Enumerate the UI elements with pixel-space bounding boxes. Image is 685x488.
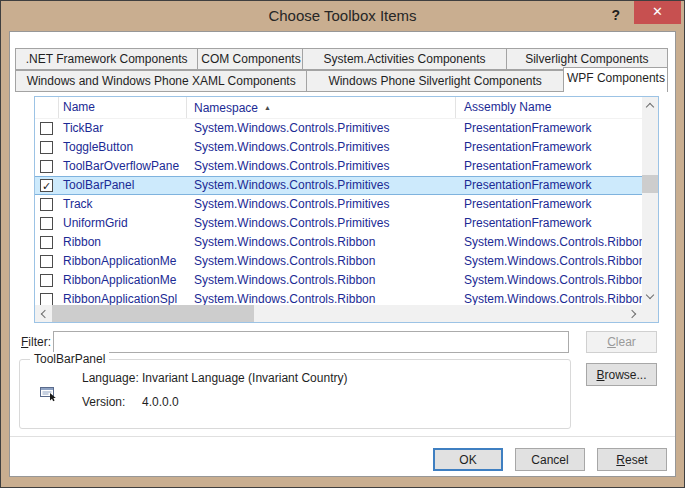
- version-label: Version:: [82, 395, 125, 409]
- list-item-uniformgrid[interactable]: UniformGridSystem.Windows.Controls.Primi…: [35, 214, 642, 233]
- reset-button[interactable]: Reset: [597, 448, 667, 471]
- close-icon: ✕: [652, 4, 663, 19]
- checkbox-unchecked[interactable]: [40, 160, 53, 173]
- close-button[interactable]: ✕: [634, 1, 681, 24]
- checkbox-unchecked[interactable]: [40, 293, 53, 305]
- column-header-assembly[interactable]: Assembly Name: [456, 97, 642, 118]
- cell-name: RibbonApplicationMe: [59, 271, 187, 290]
- tab-windows-and-windows-phone-xaml-components[interactable]: Windows and Windows Phone XAML Component…: [15, 70, 307, 92]
- cell-namespace: System.Windows.Controls.Primitives: [187, 214, 456, 233]
- list-item-toolbarpanel[interactable]: ✓ToolBarPanelSystem.Windows.Controls.Pri…: [35, 176, 642, 195]
- cell-name: RibbonApplicationMe: [59, 252, 187, 271]
- cell-assembly: PresentationFramework: [456, 195, 642, 214]
- scroll-left-button[interactable]: [35, 305, 52, 322]
- column-header-label: Name: [63, 100, 95, 114]
- cell-namespace: System.Windows.Controls.Ribbon: [187, 233, 456, 252]
- cell-name: RibbonApplicationSpl: [59, 290, 187, 305]
- cell-name: UniformGrid: [59, 214, 187, 233]
- cell-checkbox: [35, 138, 59, 157]
- filter-input[interactable]: [53, 331, 569, 353]
- cell-namespace: System.Windows.Controls.Ribbon: [187, 271, 456, 290]
- language-label: Language:: [82, 371, 139, 385]
- list-item-ribbonapplicationspl[interactable]: RibbonApplicationSplSystem.Windows.Contr…: [35, 290, 642, 305]
- checkbox-unchecked[interactable]: [40, 236, 53, 249]
- checkbox-unchecked[interactable]: [40, 274, 53, 287]
- chevron-up-icon: [646, 103, 654, 111]
- horizontal-scrollbar[interactable]: [35, 305, 642, 322]
- list-item-ribbonapplicationme[interactable]: RibbonApplicationMeSystem.Windows.Contro…: [35, 252, 642, 271]
- checkbox-checked[interactable]: ✓: [40, 179, 53, 192]
- cell-checkbox: [35, 233, 59, 252]
- checkbox-unchecked[interactable]: [40, 217, 53, 230]
- browse-button[interactable]: Browse...: [586, 363, 657, 386]
- list-item-track[interactable]: TrackSystem.Windows.Controls.PrimitivesP…: [35, 195, 642, 214]
- list-item-toolbaroverflowpane[interactable]: ToolBarOverflowPaneSystem.Windows.Contro…: [35, 157, 642, 176]
- column-header-label: Assembly Name: [464, 100, 551, 114]
- column-header-label: Namespace: [194, 101, 258, 115]
- tab-row-2: Windows and Windows Phone XAML Component…: [15, 70, 667, 92]
- help-button[interactable]: ?: [611, 1, 620, 29]
- list-item-tickbar[interactable]: TickBarSystem.Windows.Controls.Primitive…: [35, 119, 642, 138]
- component-icon: [40, 385, 57, 402]
- cell-assembly: System.Windows.Controls.Ribbon: [456, 271, 642, 290]
- components-list: NameNamespace▲Assembly Name TickBarSyste…: [34, 96, 659, 323]
- chevron-right-icon: [628, 309, 636, 317]
- vertical-scroll-thumb[interactable]: [642, 175, 658, 193]
- chevron-down-icon: [646, 291, 654, 299]
- cell-namespace: System.Windows.Controls.Primitives: [187, 119, 456, 138]
- checkbox-unchecked[interactable]: [40, 141, 53, 154]
- vertical-scrollbar[interactable]: [642, 97, 658, 305]
- tab-windows-phone-silverlight-components[interactable]: Windows Phone Silverlight Components: [306, 70, 564, 92]
- checkbox-unchecked[interactable]: [40, 255, 53, 268]
- tab-system-activities-components[interactable]: System.Activities Components: [302, 48, 506, 70]
- scroll-up-button[interactable]: [642, 97, 658, 114]
- tab-com-components[interactable]: COM Components: [197, 48, 303, 70]
- cell-checkbox: [35, 290, 59, 305]
- tab-wpf-components[interactable]: WPF Components: [563, 67, 668, 92]
- list-header: NameNamespace▲Assembly Name: [35, 97, 642, 119]
- cell-namespace: System.Windows.Controls.Ribbon: [187, 290, 456, 305]
- filter-label: Filter:: [21, 331, 51, 353]
- checkbox-unchecked[interactable]: [40, 198, 53, 211]
- cell-checkbox: [35, 119, 59, 138]
- cell-assembly: System.Windows.Controls.Ribbon: [456, 233, 642, 252]
- scroll-down-button[interactable]: [642, 288, 658, 305]
- cell-namespace: System.Windows.Controls.Ribbon: [187, 252, 456, 271]
- titlebar[interactable]: Choose Toolbox Items ? ✕: [1, 1, 684, 31]
- list-item-ribbonapplicationme[interactable]: RibbonApplicationMeSystem.Windows.Contro…: [35, 271, 642, 290]
- column-header-namespace[interactable]: Namespace▲: [187, 97, 456, 118]
- cell-name: ToggleButton: [59, 138, 187, 157]
- column-header-name[interactable]: Name: [59, 97, 187, 118]
- tab-net-framework-components[interactable]: .NET Framework Components: [15, 48, 198, 70]
- scroll-right-button[interactable]: [625, 305, 642, 322]
- cell-checkbox: [35, 195, 59, 214]
- dialog-body: .NET Framework ComponentsCOM ComponentsS…: [9, 31, 676, 477]
- groupbox-title: ToolBarPanel: [30, 352, 109, 366]
- checkbox-unchecked[interactable]: [40, 122, 53, 135]
- cell-assembly: PresentationFramework: [456, 119, 642, 138]
- sort-ascending-icon: ▲: [264, 104, 271, 111]
- cell-checkbox: [35, 271, 59, 290]
- dialog-title: Choose Toolbox Items: [1, 1, 684, 31]
- list-rows: TickBarSystem.Windows.Controls.Primitive…: [35, 119, 642, 305]
- cell-namespace: System.Windows.Controls.Primitives: [187, 176, 456, 195]
- cell-assembly: PresentationFramework: [456, 138, 642, 157]
- scrollbar-corner: [642, 305, 658, 322]
- language-value: Invariant Language (Invariant Country): [142, 371, 347, 385]
- cell-checkbox: ✓: [35, 176, 59, 195]
- chevron-left-icon: [41, 309, 49, 317]
- list-item-togglebutton[interactable]: ToggleButtonSystem.Windows.Controls.Prim…: [35, 138, 642, 157]
- cell-namespace: System.Windows.Controls.Primitives: [187, 157, 456, 176]
- horizontal-scroll-thumb[interactable]: [52, 305, 254, 322]
- cell-namespace: System.Windows.Controls.Primitives: [187, 195, 456, 214]
- ok-button[interactable]: OK: [433, 448, 503, 471]
- cell-assembly: System.Windows.Controls.Ribbon: [456, 252, 642, 271]
- column-header-check[interactable]: [35, 97, 59, 118]
- clear-button[interactable]: Clear: [586, 331, 657, 353]
- list-item-ribbon[interactable]: RibbonSystem.Windows.Controls.RibbonSyst…: [35, 233, 642, 252]
- cell-assembly: PresentationFramework: [456, 157, 642, 176]
- cell-name: Ribbon: [59, 233, 187, 252]
- selected-item-details: ToolBarPanel Language: Invariant Languag…: [19, 359, 571, 429]
- cell-name: ToolBarPanel: [59, 176, 187, 195]
- cancel-button[interactable]: Cancel: [515, 448, 585, 471]
